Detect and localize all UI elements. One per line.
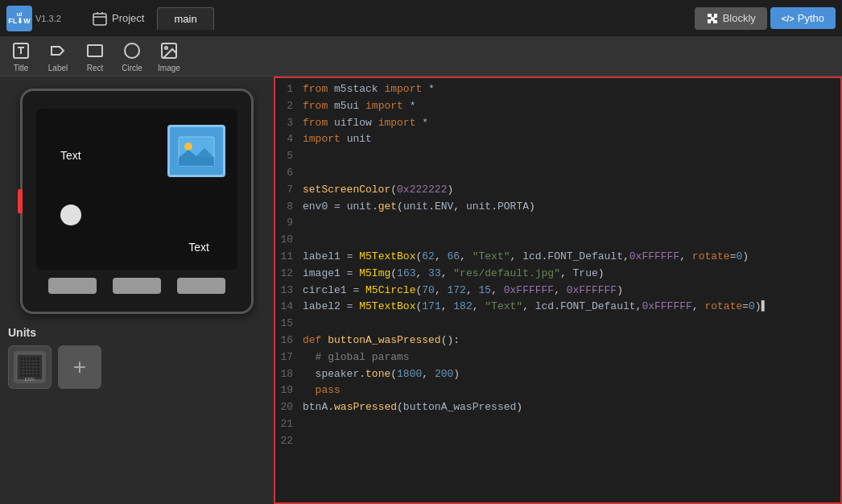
device-btn-b[interactable] [113, 278, 161, 294]
code-line-9: 9 [275, 215, 840, 232]
version-label: V1.3.2 [35, 14, 61, 23]
code-line-21: 21 [275, 416, 840, 433]
app-logo: uiFL⬇W [6, 6, 32, 31]
unit-env[interactable]: ENV [8, 345, 52, 389]
tool-image[interactable]: Image [158, 39, 180, 72]
circle-icon [121, 39, 143, 62]
units-section: Units [8, 322, 266, 393]
toolbar: Title Label Rect Circle [0, 36, 842, 76]
code-line-1: 1 from m5stack import * [275, 81, 840, 98]
code-line-20: 20 btnA.wasPressed(buttonA_wasPressed) [275, 399, 840, 416]
svg-rect-2 [88, 45, 102, 56]
code-line-6: 6 [275, 165, 840, 182]
label-icon [47, 39, 69, 62]
unit-add-button[interactable]: + [58, 345, 101, 389]
python-button[interactable]: </> Pytho [770, 7, 836, 29]
code-line-14: 14 label2 = M5TextBox(171, 182, "Text", … [275, 299, 840, 316]
code-line-17: 17 # global params [275, 349, 840, 366]
device-preview: Text [20, 89, 254, 314]
device-screen[interactable]: Text [36, 109, 237, 270]
env-icon: ENV [14, 351, 46, 383]
code-line-12: 12 image1 = M5Img(163, 33, "res/default.… [275, 266, 840, 283]
code-line-8: 8 env0 = unit.get(unit.ENV, unit.PORTA) [275, 199, 840, 216]
code-line-18: 18 speaker.tone(1800, 200) [275, 366, 840, 383]
tab-bar: main [157, 7, 687, 30]
tab-main[interactable]: main [157, 7, 213, 30]
project-button[interactable]: Project [85, 7, 151, 30]
tool-label[interactable]: Label [47, 39, 69, 72]
right-buttons: Blockly </> Pytho [695, 7, 836, 30]
svg-point-3 [125, 43, 139, 58]
project-icon [92, 10, 108, 27]
side-indicator [18, 189, 23, 213]
device-btn-c[interactable] [177, 278, 225, 294]
screen-label-bottom: Text [188, 241, 209, 254]
code-line-13: 13 circle1 = M5Circle(70, 172, 15, 0xFFF… [275, 283, 840, 300]
device-btn-a[interactable] [48, 278, 97, 294]
code-panel[interactable]: 1 from m5stack import * 2 from m5ui impo… [274, 76, 842, 504]
main-content: Text [0, 76, 842, 504]
code-line-16: 16 def buttonA_wasPressed(): [275, 333, 840, 349]
logo-area: uiFL⬇W V1.3.2 [6, 6, 79, 31]
code-line-5: 5 [275, 148, 840, 165]
code-line-10: 10 [275, 232, 840, 249]
svg-point-8 [184, 143, 192, 151]
units-items: ENV + [8, 345, 266, 389]
top-bar: uiFL⬇W V1.3.2 Project main Blockly </> P… [0, 0, 842, 36]
code-line-4: 4 import unit [275, 131, 840, 148]
svg-rect-0 [93, 14, 106, 25]
code-line-15: 15 [275, 316, 840, 333]
left-panel: Text [0, 76, 274, 504]
code-line-7: 7 setScreenColor(0x222222) [275, 182, 840, 199]
code-line-19: 19 pass [275, 382, 840, 399]
image-widget-svg [177, 135, 216, 167]
svg-text:ENV: ENV [25, 377, 35, 382]
screen-circle-widget [60, 204, 81, 225]
image-icon [158, 39, 180, 62]
blockly-button[interactable]: Blockly [695, 7, 767, 30]
code-line-22: 22 [275, 433, 840, 450]
title-icon [10, 39, 32, 62]
tool-title[interactable]: Title [10, 39, 32, 72]
plus-icon: + [73, 356, 86, 378]
tool-rect[interactable]: Rect [84, 39, 106, 72]
svg-point-5 [165, 47, 167, 49]
screen-label-top: Text [60, 149, 81, 162]
device-container: Text [8, 85, 266, 314]
code-line-2: 2 from m5ui import * [275, 98, 840, 115]
code-line-3: 3 from uiflow import * [275, 115, 840, 132]
units-title: Units [8, 326, 266, 339]
puzzle-icon [706, 12, 719, 25]
tool-circle[interactable]: Circle [121, 39, 143, 72]
screen-image-widget [167, 125, 225, 177]
code-line-11: 11 label1 = M5TextBox(62, 66, "Text", lc… [275, 249, 840, 266]
rect-icon [84, 39, 106, 62]
device-buttons [48, 278, 225, 294]
